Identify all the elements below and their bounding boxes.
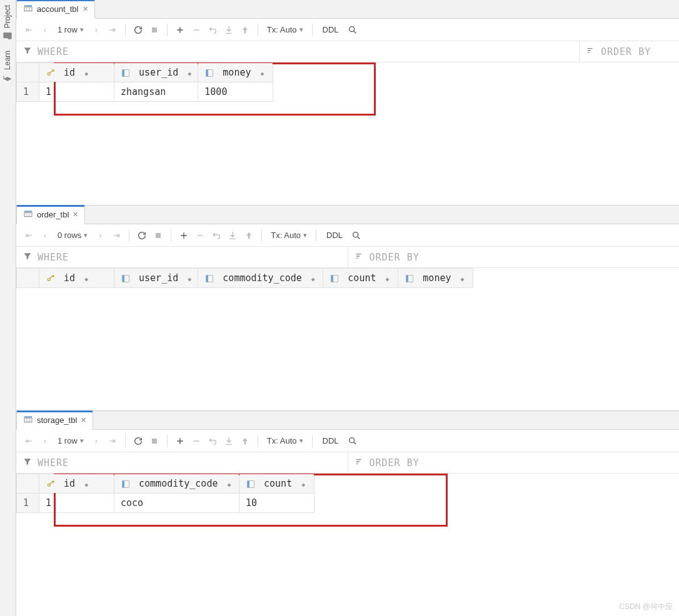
commit-button[interactable] xyxy=(221,434,236,449)
refresh-button[interactable] xyxy=(134,228,149,243)
data-grid[interactable]: id ◆ commodity_code ◆ count ◆ 11coco10 xyxy=(16,474,679,616)
ddl-button[interactable]: DDL xyxy=(318,436,344,445)
first-page-button[interactable]: ⇤ xyxy=(21,228,36,243)
add-row-button[interactable] xyxy=(176,228,191,243)
refresh-button[interactable] xyxy=(131,22,146,37)
remove-row-button[interactable] xyxy=(189,22,204,37)
cell[interactable]: coco xyxy=(114,494,239,513)
panel-order_tbl: order_tbl ✕ ⇤ ‹ 0 rows▾ › ⇥ Tx: Auto▾ DD… xyxy=(16,206,679,411)
prev-page-button[interactable]: ‹ xyxy=(38,434,53,449)
svg-rect-11 xyxy=(24,211,32,212)
row-count-dropdown[interactable]: 0 rows▾ xyxy=(54,231,91,240)
revert-button[interactable] xyxy=(209,228,224,243)
order-by-input[interactable]: ORDER BY xyxy=(348,452,680,473)
column-header-commodity_code[interactable]: commodity_code ◆ xyxy=(198,269,323,288)
prev-page-button[interactable]: ‹ xyxy=(38,228,53,243)
next-page-button[interactable]: › xyxy=(89,22,104,37)
column-header-user_id[interactable]: user_id ◆ xyxy=(114,269,198,288)
tx-mode-dropdown[interactable]: Tx: Auto▾ xyxy=(263,436,307,445)
commit-button[interactable] xyxy=(221,22,236,37)
first-page-button[interactable]: ⇤ xyxy=(21,434,36,449)
submit-button[interactable] xyxy=(238,22,253,37)
where-clause-input[interactable]: WHERE xyxy=(16,452,348,473)
order-by-input[interactable]: ORDER BY xyxy=(348,247,680,267)
close-icon[interactable]: ✕ xyxy=(83,5,88,13)
revert-button[interactable] xyxy=(205,22,220,37)
column-header-commodity_code[interactable]: commodity_code ◆ xyxy=(114,474,239,494)
sort-indicator-icon: ◆ xyxy=(461,276,465,282)
where-clause-input[interactable]: WHERE xyxy=(16,247,348,267)
stop-button[interactable] xyxy=(147,22,162,37)
first-page-button[interactable]: ⇤ xyxy=(21,22,36,37)
tab-bar: order_tbl ✕ xyxy=(16,206,679,224)
where-clause-input[interactable]: WHERE xyxy=(16,41,579,62)
tab-label: account_tbl xyxy=(37,4,79,14)
refresh-button[interactable] xyxy=(131,434,146,449)
sort-indicator-icon: ◆ xyxy=(84,276,88,282)
row-count-dropdown[interactable]: 1 row▾ xyxy=(54,436,88,445)
stop-button[interactable] xyxy=(151,228,166,243)
chevron-down-icon: ▾ xyxy=(84,231,88,239)
sidebar-tab-learn[interactable]: Learn xyxy=(0,46,15,87)
remove-row-button[interactable] xyxy=(193,228,208,243)
column-icon xyxy=(329,274,340,284)
chevron-down-icon: ▾ xyxy=(80,437,84,445)
tab-order_tbl[interactable]: order_tbl ✕ xyxy=(16,205,85,224)
row-count-dropdown[interactable]: 1 row▾ xyxy=(54,25,88,34)
table-row[interactable]: 11coco10 xyxy=(17,494,314,513)
sidebar-label: Project xyxy=(3,5,12,28)
order-by-input[interactable]: ORDER BY xyxy=(579,41,679,62)
tab-storage_tbl[interactable]: storage_tbl ✕ xyxy=(16,410,93,430)
svg-rect-10 xyxy=(206,69,208,76)
svg-rect-15 xyxy=(156,233,161,238)
filter-bar: WHERE ORDER BY xyxy=(16,247,679,268)
search-button[interactable] xyxy=(345,22,360,37)
tx-mode-dropdown[interactable]: Tx: Auto▾ xyxy=(267,231,311,240)
last-page-button[interactable]: ⇥ xyxy=(105,22,120,37)
cell[interactable]: 1 xyxy=(39,82,114,102)
sidebar-tab-project[interactable]: Project xyxy=(0,0,15,46)
submit-button[interactable] xyxy=(241,228,256,243)
column-header-money[interactable]: money ◆ xyxy=(198,63,273,82)
chevron-down-icon: ▾ xyxy=(299,26,303,34)
cell[interactable]: 1 xyxy=(39,494,114,513)
add-row-button[interactable] xyxy=(173,434,188,449)
close-icon[interactable]: ✕ xyxy=(81,416,86,424)
tab-bar: storage_tbl ✕ xyxy=(16,411,679,430)
stop-button[interactable] xyxy=(147,434,162,449)
add-row-button[interactable] xyxy=(173,22,188,37)
column-header-count[interactable]: count ◆ xyxy=(239,474,314,494)
next-page-button[interactable]: › xyxy=(93,228,108,243)
tx-mode-dropdown[interactable]: Tx: Auto▾ xyxy=(263,25,307,34)
svg-rect-4 xyxy=(152,27,157,32)
column-header-id[interactable]: id ◆ xyxy=(39,474,114,494)
revert-button[interactable] xyxy=(205,434,220,449)
table-row[interactable]: 11zhangsan1000 xyxy=(17,82,273,102)
close-icon[interactable]: ✕ xyxy=(73,211,78,219)
cell[interactable]: 10 xyxy=(239,494,314,513)
prev-page-button[interactable]: ‹ xyxy=(38,22,53,37)
cell[interactable]: zhangsan xyxy=(114,82,198,102)
column-header-money[interactable]: money ◆ xyxy=(398,269,473,288)
svg-rect-12 xyxy=(24,212,32,217)
next-page-button[interactable]: › xyxy=(89,434,104,449)
search-button[interactable] xyxy=(345,434,360,449)
data-grid[interactable]: id ◆ user_id ◆ money ◆ 11zhangsan1000 xyxy=(16,62,679,205)
commit-button[interactable] xyxy=(225,228,240,243)
data-grid[interactable]: id ◆ user_id ◆ commodity_code ◆ count ◆ … xyxy=(16,268,679,410)
submit-button[interactable] xyxy=(238,434,253,449)
ddl-button[interactable]: DDL xyxy=(321,231,348,240)
search-button[interactable] xyxy=(349,228,364,243)
column-header-count[interactable]: count ◆ xyxy=(323,269,398,288)
last-page-button[interactable]: ⇥ xyxy=(105,434,120,449)
remove-row-button[interactable] xyxy=(189,434,204,449)
cell[interactable]: 1000 xyxy=(198,82,273,102)
key-icon xyxy=(46,68,56,78)
ddl-button[interactable]: DDL xyxy=(318,25,344,34)
column-header-id[interactable]: id ◆ xyxy=(39,63,114,82)
column-header-id[interactable]: id ◆ xyxy=(39,269,114,288)
column-header-user_id[interactable]: user_id ◆ xyxy=(114,63,198,82)
tab-account_tbl[interactable]: account_tbl ✕ xyxy=(16,0,95,19)
last-page-button[interactable]: ⇥ xyxy=(109,228,124,243)
column-icon xyxy=(246,479,256,489)
